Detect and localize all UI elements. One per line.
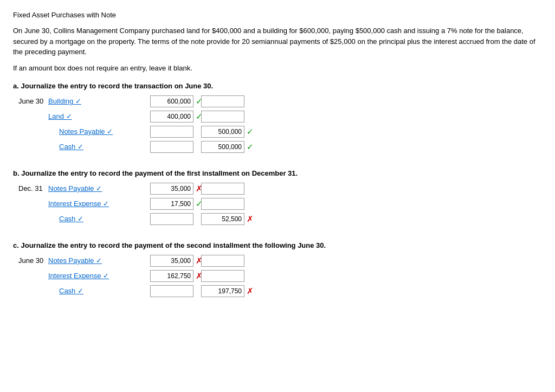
date-np-b: Dec. 31 bbox=[18, 184, 48, 192]
building-link[interactable]: Building ✓ bbox=[48, 97, 81, 105]
debit-int-c: ✗ bbox=[150, 270, 199, 282]
cash-a-credit-input[interactable] bbox=[201, 141, 244, 153]
cash-a-link[interactable]: Cash ✓ bbox=[59, 143, 83, 151]
journal-row-interest-b: Interest Expense ✓ ✓ bbox=[18, 198, 542, 210]
debit-cash-c bbox=[150, 285, 199, 297]
debit-np-c: ✗ bbox=[150, 255, 199, 267]
page-title: Fixed Asset Purchases with Note bbox=[13, 11, 542, 19]
journal-row-interest-c: Interest Expense ✓ ✗ bbox=[18, 270, 542, 282]
land-link[interactable]: Land ✓ bbox=[48, 112, 72, 120]
cash-c-credit-input[interactable] bbox=[201, 285, 244, 297]
notes-payable-c-link[interactable]: Notes Payable ✓ bbox=[48, 256, 102, 265]
cash-a-debit-input[interactable] bbox=[150, 141, 193, 153]
np-b-debit-input[interactable] bbox=[150, 183, 193, 195]
building-credit-input[interactable] bbox=[201, 95, 244, 107]
notes-payable-a-link[interactable]: Notes Payable ✓ bbox=[59, 127, 113, 136]
credit-np-b bbox=[201, 183, 250, 195]
journal-row-notes-payable-c: June 30 Notes Payable ✓ ✗ bbox=[18, 255, 542, 267]
credit-cash-b: ✗ bbox=[201, 213, 250, 225]
cash-b-credit-input[interactable] bbox=[201, 213, 244, 225]
debit-int-b: ✓ bbox=[150, 198, 199, 210]
land-credit-input[interactable] bbox=[201, 111, 244, 123]
credit-int-b bbox=[201, 198, 250, 210]
int-c-credit-input[interactable] bbox=[201, 270, 244, 282]
debit-np-b: ✗ bbox=[150, 183, 199, 195]
cash-c-credit-x: ✗ bbox=[247, 286, 254, 296]
np-c-credit-input[interactable] bbox=[201, 255, 244, 267]
section-b: b. Journalize the entry to record the pa… bbox=[13, 169, 542, 225]
land-debit-input[interactable] bbox=[150, 111, 193, 123]
journal-row-notes-payable-b: Dec. 31 Notes Payable ✓ ✗ bbox=[18, 183, 542, 195]
section-b-label: b. Journalize the entry to record the pa… bbox=[13, 169, 542, 177]
credit-np-c bbox=[201, 255, 250, 267]
debit-building: ✓ bbox=[150, 95, 199, 107]
int-c-debit-input[interactable] bbox=[150, 270, 193, 282]
credit-land bbox=[201, 111, 250, 123]
section-c: c. Journalize the entry to record the pa… bbox=[13, 241, 542, 297]
cash-c-debit-input[interactable] bbox=[150, 285, 193, 297]
int-b-credit-input[interactable] bbox=[201, 198, 244, 210]
journal-row-building: June 30 Building ✓ ✓ bbox=[18, 95, 542, 107]
section-a: a. Journalize the entry to record the tr… bbox=[13, 82, 542, 153]
cash-c-link[interactable]: Cash ✓ bbox=[59, 287, 83, 295]
debit-cash-a bbox=[150, 141, 199, 153]
debit-np-a bbox=[150, 126, 199, 138]
section-c-label: c. Journalize the entry to record the pa… bbox=[13, 241, 542, 249]
np-c-debit-input[interactable] bbox=[150, 255, 193, 267]
cash-b-link[interactable]: Cash ✓ bbox=[59, 215, 83, 223]
journal-row-cash-a: Cash ✓ ✓ bbox=[18, 141, 542, 153]
journal-row-land: Land ✓ ✓ bbox=[18, 111, 542, 123]
credit-cash-c: ✗ bbox=[201, 285, 250, 297]
instruction-text: If an amount box does not require an ent… bbox=[13, 64, 542, 72]
interest-b-link[interactable]: Interest Expense ✓ bbox=[48, 200, 109, 208]
account-int-c: Interest Expense ✓ bbox=[48, 272, 146, 280]
np-a-debit-input[interactable] bbox=[150, 126, 193, 138]
np-a-credit-input[interactable] bbox=[201, 126, 244, 138]
cash-b-credit-x: ✗ bbox=[247, 214, 254, 224]
account-int-b: Interest Expense ✓ bbox=[48, 200, 146, 208]
date-building: June 30 bbox=[18, 97, 48, 105]
interest-c-link[interactable]: Interest Expense ✓ bbox=[48, 272, 109, 280]
np-b-credit-input[interactable] bbox=[201, 183, 244, 195]
journal-row-cash-b: Cash ✓ ✗ bbox=[18, 213, 542, 225]
credit-np-a: ✓ bbox=[201, 126, 250, 138]
cash-b-debit-input[interactable] bbox=[150, 213, 193, 225]
journal-row-notes-payable-a: Notes Payable ✓ ✓ bbox=[18, 126, 542, 138]
account-cash-c: Cash ✓ bbox=[48, 287, 146, 295]
notes-payable-b-link[interactable]: Notes Payable ✓ bbox=[48, 184, 102, 192]
account-building: Building ✓ bbox=[48, 97, 146, 105]
cash-a-credit-check: ✓ bbox=[247, 142, 254, 152]
journal-row-cash-c: Cash ✓ ✗ bbox=[18, 285, 542, 297]
account-cash-a: Cash ✓ bbox=[48, 143, 146, 151]
account-cash-b: Cash ✓ bbox=[48, 215, 146, 223]
credit-int-c bbox=[201, 270, 250, 282]
np-a-credit-check: ✓ bbox=[247, 127, 254, 137]
debit-land: ✓ bbox=[150, 111, 199, 123]
debit-cash-b bbox=[150, 213, 199, 225]
date-np-c: June 30 bbox=[18, 256, 48, 265]
account-np-c: Notes Payable ✓ bbox=[48, 256, 146, 265]
account-np-b: Notes Payable ✓ bbox=[48, 184, 146, 192]
intro-text: On June 30, Collins Management Company p… bbox=[13, 25, 542, 57]
section-a-label: a. Journalize the entry to record the tr… bbox=[13, 82, 542, 90]
account-land: Land ✓ bbox=[48, 112, 146, 120]
int-b-debit-input[interactable] bbox=[150, 198, 193, 210]
credit-building bbox=[201, 95, 250, 107]
building-debit-input[interactable] bbox=[150, 95, 193, 107]
account-np-a: Notes Payable ✓ bbox=[48, 127, 146, 136]
credit-cash-a: ✓ bbox=[201, 141, 250, 153]
